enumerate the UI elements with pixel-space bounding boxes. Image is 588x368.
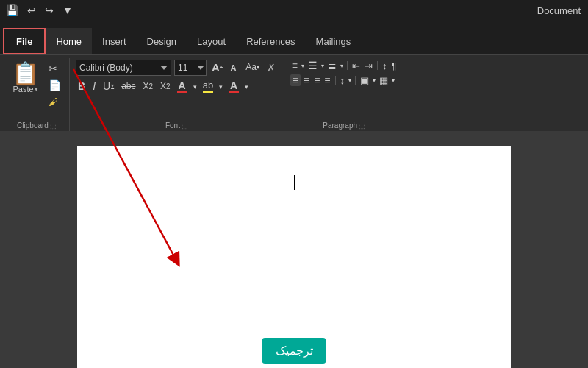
align-left-button[interactable]: ≡ [290,74,301,86]
italic-button[interactable]: I [90,79,98,93]
font-expand-icon[interactable]: ⬚ [182,122,188,130]
text-color2-bar [229,91,239,93]
decrease-indent-button[interactable]: ⇤ [351,60,362,71]
clipboard-expand-icon[interactable]: ⬚ [50,122,57,130]
translation-badge[interactable]: ترجمیک [262,338,326,364]
bold-button[interactable]: B [76,79,87,93]
strikethrough-button[interactable]: abc [119,80,137,93]
bullets-dropdown[interactable]: ▾ [301,62,305,70]
font-color-button[interactable]: A [176,79,189,94]
paste-button[interactable]: 📋 Paste ▾ [7,60,43,96]
document-page[interactable] [77,146,511,368]
font-row1: Calibri (Body) 11 A+ A- Aa▾ ✗ [76,60,278,76]
borders-button[interactable]: ▦ [378,75,390,86]
clipboard-group: 📋 Paste ▾ ✂ 📄 🖌 Clipboard ⬚ [4,58,70,131]
borders-dropdown[interactable]: ▾ [391,77,395,85]
increase-indent-button[interactable]: ⇥ [363,60,374,71]
document-title: Document [537,5,581,16]
paste-dropdown-icon[interactable]: ▾ [35,85,38,93]
redo-icon[interactable]: ↪ [42,3,57,18]
text-color2-icon: A [230,80,237,91]
tab-insert[interactable]: Insert [92,28,137,54]
paragraph-group: ≡ ▾ ☰ ▾ ≣ ▾ ⇤ ⇥ ↕ ¶ ≡ ≡ ≡ ≡ ↕ ▾ ▣ ▾ [284,58,404,131]
line-spacing-button[interactable]: ↕ [339,75,347,86]
clipboard-label: Clipboard ⬚ [17,121,57,130]
tab-file[interactable]: File [3,28,46,54]
text-color2-dropdown[interactable]: ▾ [243,82,250,91]
save-icon[interactable]: 💾 [3,3,21,18]
shading-dropdown[interactable]: ▾ [372,77,376,85]
shading-button[interactable]: ▣ [359,75,370,86]
font-color-a-icon: A [179,80,186,91]
sort-button[interactable]: ↕ [381,60,389,71]
tab-design[interactable]: Design [137,28,187,54]
copy-icon[interactable]: 📄 [46,78,63,93]
numbering-button[interactable]: ☰ [306,60,319,71]
font-family-select[interactable]: Calibri (Body) [76,60,171,76]
multilevel-list-button[interactable]: ≣ [326,60,338,71]
clear-formatting-button[interactable]: ✗ [265,60,278,75]
font-row2: B I U ▾ abc X2 X2 A ▾ ab ▾ A [76,79,250,94]
document-area: ترجمیک [0,131,588,368]
highlight-icon: ab [203,79,213,91]
tab-home[interactable]: Home [46,28,92,54]
multilevel-list-dropdown[interactable]: ▾ [340,62,344,70]
divider2 [377,61,378,70]
clipboard-small-buttons: ✂ 📄 🖌 [46,60,63,109]
paragraph-group-label: Paragraph ⬚ [323,121,365,130]
font-group: Calibri (Body) 11 A+ A- Aa▾ ✗ B I U ▾ ab… [70,58,284,131]
bullets-button[interactable]: ≡ [290,60,299,71]
highlight-dropdown[interactable]: ▾ [218,82,224,91]
shading-icon: ▣ [360,76,369,85]
paragraph-row2: ≡ ≡ ≡ ≡ ↕ ▾ ▣ ▾ ▦ ▾ [290,74,395,86]
highlight-button[interactable]: ab [201,79,215,94]
paragraph-row1: ≡ ▾ ☰ ▾ ≣ ▾ ⇤ ⇥ ↕ ¶ [290,60,398,71]
subscript-button[interactable]: X2 [141,80,156,93]
highlight-color-bar [203,91,213,93]
font-group-label: Font ⬚ [165,121,188,130]
tab-references[interactable]: References [236,28,305,54]
font-color-bar [177,91,187,93]
format-painter-icon[interactable]: 🖌 [46,95,63,110]
text-color2-button[interactable]: A [227,79,240,94]
divider1 [347,61,348,70]
align-right-button[interactable]: ≡ [312,74,321,86]
top-bar: 💾 ↩ ↪ ▼ Document [0,0,588,21]
underline-dropdown[interactable]: ▾ [111,82,114,90]
justify-button[interactable]: ≡ [323,74,331,86]
quick-access-dropdown-icon[interactable]: ▼ [60,3,76,18]
font-size-select[interactable]: 11 [174,60,207,76]
tab-mailings[interactable]: Mailings [306,28,362,54]
paragraph-expand-icon[interactable]: ⬚ [359,122,365,130]
change-case-button[interactable]: Aa▾ [243,61,262,74]
font-color-dropdown[interactable]: ▾ [192,82,198,91]
ribbon-tabs: File Home Insert Design Layout Reference… [0,21,588,54]
paste-icon: 📋 [12,63,39,85]
font-decrease-button[interactable]: A- [229,62,241,74]
paste-label: Paste [12,85,33,93]
font-increase-button[interactable]: A+ [209,60,226,76]
line-spacing-dropdown[interactable]: ▾ [348,77,352,85]
numbering-dropdown[interactable]: ▾ [320,62,325,70]
underline-button[interactable]: U ▾ [101,79,116,93]
text-cursor [294,175,295,190]
align-center-button[interactable]: ≡ [302,74,311,86]
cut-icon[interactable]: ✂ [46,61,63,77]
divider4 [355,76,356,85]
undo-icon[interactable]: ↩ [24,3,39,18]
tab-layout[interactable]: Layout [187,28,236,54]
show-formatting-button[interactable]: ¶ [390,60,398,71]
superscript-button[interactable]: X2 [158,80,173,93]
divider3 [335,76,336,85]
ribbon: 📋 Paste ▾ ✂ 📄 🖌 Clipboard ⬚ Calibri (Bod… [0,54,588,131]
